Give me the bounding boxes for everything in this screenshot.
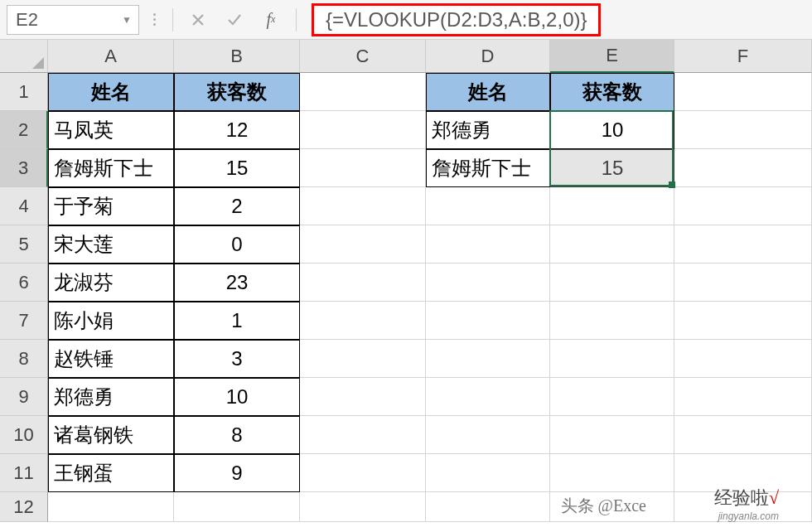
cell-D12[interactable] <box>426 492 550 522</box>
cell-A7[interactable]: 陈小娟 <box>48 302 174 340</box>
cancel-icon[interactable] <box>183 5 213 35</box>
column-header-D[interactable]: D <box>426 40 550 73</box>
chevron-down-icon[interactable]: ▼ <box>122 14 132 26</box>
cell-E2[interactable]: 10 <box>550 111 674 149</box>
cell-F5[interactable] <box>674 225 812 264</box>
cell-F9[interactable] <box>674 378 812 416</box>
cell-E10[interactable] <box>550 416 674 454</box>
cell-A4[interactable]: 于予菊 <box>48 187 174 225</box>
cell-B6[interactable]: 23 <box>174 264 300 302</box>
cell-A8[interactable]: 赵铁锤 <box>48 340 174 378</box>
cell-F4[interactable] <box>674 187 812 225</box>
watermark-brand: 经验啦√ jingyanla.com <box>714 486 779 522</box>
formula-bar: E2 ▼ fx {=VLOOKUP(D2:D3,A:B,2,0)} <box>0 0 812 40</box>
column-header-F[interactable]: F <box>674 40 812 73</box>
formula-input[interactable]: {=VLOOKUP(D2:D3,A:B,2,0)} <box>307 5 805 35</box>
cell-C2[interactable] <box>300 111 426 149</box>
cell-B2[interactable]: 12 <box>174 111 300 149</box>
cell-D9[interactable] <box>426 378 550 416</box>
name-box[interactable]: E2 ▼ <box>7 5 139 35</box>
cell-D5[interactable] <box>426 225 550 264</box>
row-header-8[interactable]: 8 <box>0 340 48 378</box>
row-header-4[interactable]: 4 <box>0 187 48 225</box>
cell-C4[interactable] <box>300 187 426 225</box>
cell-E9[interactable] <box>550 378 674 416</box>
cell-F7[interactable] <box>674 302 812 340</box>
cell-C8[interactable] <box>300 340 426 378</box>
cell-B3[interactable]: 15 <box>174 149 300 187</box>
cell-B8[interactable]: 3 <box>174 340 300 378</box>
cell-A9[interactable]: 郑德勇 <box>48 378 174 416</box>
cell-A12[interactable] <box>48 492 174 522</box>
cell-C10[interactable] <box>300 416 426 454</box>
cell-C5[interactable] <box>300 225 426 264</box>
row-header-1[interactable]: 1 <box>0 73 48 111</box>
row-header-12[interactable]: 12 <box>0 492 48 522</box>
cell-E8[interactable] <box>550 340 674 378</box>
cell-A1[interactable]: 姓名 <box>48 73 174 111</box>
cell-F8[interactable] <box>674 340 812 378</box>
cell-D11[interactable] <box>426 454 550 492</box>
cell-F6[interactable] <box>674 264 812 302</box>
cell-B11[interactable]: 9 <box>174 454 300 492</box>
cell-B4[interactable]: 2 <box>174 187 300 225</box>
row-header-3[interactable]: 3 <box>0 149 48 187</box>
row-header-6[interactable]: 6 <box>0 264 48 302</box>
cell-A3[interactable]: 詹姆斯下士 <box>48 149 174 187</box>
cell-A11[interactable]: 王钢蛋 <box>48 454 174 492</box>
row-header-10[interactable]: 10 <box>0 416 48 454</box>
cell-E3[interactable]: 15 <box>550 149 674 187</box>
cell-C6[interactable] <box>300 264 426 302</box>
cell-C7[interactable] <box>300 302 426 340</box>
cell-D7[interactable] <box>426 302 550 340</box>
row-header-11[interactable]: 11 <box>0 454 48 492</box>
vertical-dots-icon[interactable] <box>146 13 162 26</box>
cell-B10[interactable]: 8 <box>174 416 300 454</box>
cell-D3[interactable]: 詹姆斯下士 <box>426 149 550 187</box>
cell-D10[interactable] <box>426 416 550 454</box>
cell-B5[interactable]: 0 <box>174 225 300 264</box>
cell-C11[interactable] <box>300 454 426 492</box>
cell-D1[interactable]: 姓名 <box>426 73 550 111</box>
cell-F2[interactable] <box>674 111 812 149</box>
cell-C12[interactable] <box>300 492 426 522</box>
cell-D6[interactable] <box>426 264 550 302</box>
row-header-5[interactable]: 5 <box>0 225 48 264</box>
row-header-7[interactable]: 7 <box>0 302 48 340</box>
cell-A6[interactable]: 龙淑芬 <box>48 264 174 302</box>
cell-F1[interactable] <box>674 73 812 111</box>
cell-A5[interactable]: 宋大莲 <box>48 225 174 264</box>
row-header-2[interactable]: 2 <box>0 111 48 149</box>
cell-E4[interactable] <box>550 187 674 225</box>
cell-D4[interactable] <box>426 187 550 225</box>
row-header-9[interactable]: 9 <box>0 378 48 416</box>
cell-D8[interactable] <box>426 340 550 378</box>
cell-E7[interactable] <box>550 302 674 340</box>
grid-body[interactable]: 姓名获客数姓名获客数马凤英12郑德勇10詹姆斯下士15詹姆斯下士15于予菊2宋大… <box>48 73 812 522</box>
watermark-url: jingyanla.com <box>714 510 779 522</box>
column-header-A[interactable]: A <box>48 40 174 73</box>
cell-B1[interactable]: 获客数 <box>174 73 300 111</box>
select-all-corner[interactable] <box>0 40 48 73</box>
cell-B9[interactable]: 10 <box>174 378 300 416</box>
cell-A2[interactable]: 马凤英 <box>48 111 174 149</box>
cell-D2[interactable]: 郑德勇 <box>426 111 550 149</box>
cell-E1[interactable]: 获客数 <box>550 73 674 111</box>
column-header-B[interactable]: B <box>174 40 300 73</box>
cell-E5[interactable] <box>550 225 674 264</box>
column-headers: ABCDEF <box>48 40 812 73</box>
cell-C1[interactable] <box>300 73 426 111</box>
cell-F3[interactable] <box>674 149 812 187</box>
cell-A10[interactable]: 诸葛钢铁 <box>48 416 174 454</box>
fx-icon[interactable]: fx <box>256 5 286 35</box>
cell-E11[interactable] <box>550 454 674 492</box>
enter-check-icon[interactable] <box>220 5 249 35</box>
column-header-E[interactable]: E <box>550 40 674 73</box>
cell-B12[interactable] <box>174 492 300 522</box>
cell-E6[interactable] <box>550 264 674 302</box>
cell-C3[interactable] <box>300 149 426 187</box>
cell-B7[interactable]: 1 <box>174 302 300 340</box>
cell-F10[interactable] <box>674 416 812 454</box>
cell-C9[interactable] <box>300 378 426 416</box>
column-header-C[interactable]: C <box>300 40 426 73</box>
